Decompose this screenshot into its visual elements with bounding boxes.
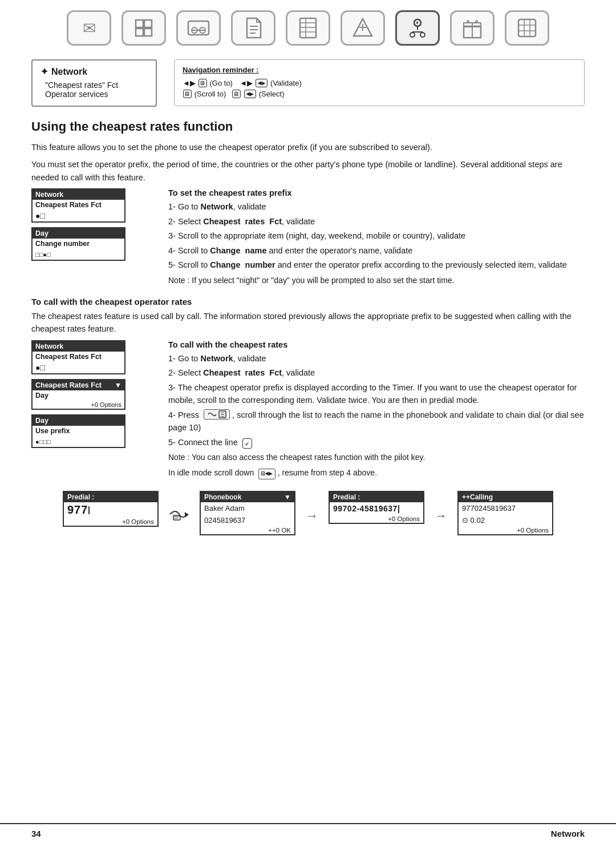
screen-network-2: Network Cheapest Rates Fct ●□ (31, 340, 125, 374)
voicemail-icon[interactable] (176, 10, 221, 46)
network-label: Network (51, 67, 87, 77)
screen-day-use-prefix: Day Use prefix ●□□□ (31, 414, 125, 448)
phonebook-icon[interactable] (286, 10, 330, 46)
set-prefix-heading: To set the cheapest rates prefix (168, 188, 585, 197)
screen-phonebook: Phonebook ▼ Baker Adam 0245819637 ++0 OK (200, 491, 295, 535)
file-icon[interactable] (231, 10, 275, 46)
screen-day-item: Day (33, 390, 124, 401)
network-box-item1: "Cheapest rates" Fct (40, 80, 145, 90)
set-prefix-instructions: To set the cheapest rates prefix 1- Go t… (168, 188, 585, 286)
network-active-icon[interactable]: ✦ (395, 10, 440, 46)
screen-predial-long: Predial : 99702-45819637 +0 Options (329, 491, 424, 524)
svg-text:☰: ☰ (220, 412, 225, 418)
call-cheapest-heading: To call with the cheapest rates (168, 340, 585, 349)
page-footer: 34 Network (0, 823, 616, 843)
call-operator-section: To call with the cheapest operator rates… (31, 297, 585, 336)
step-4-prefix: 4- Scroll to Change name and enter the o… (168, 244, 585, 257)
bottom-screens-row: Predial : 977 +0 Options Phonebook ▼ Bak… (31, 491, 585, 535)
screen-use-prefix-item: Use prefix (33, 426, 124, 436)
screen-network-2-icons: ●□ (33, 362, 124, 373)
network-box-title: ✦ Network (40, 66, 145, 77)
mail-icon[interactable]: ✉ (67, 10, 111, 46)
bs-calling-header: ++Calling (459, 492, 552, 502)
bs-phonebook-name: Baker Adam (201, 502, 294, 514)
svg-rect-36 (173, 515, 180, 520)
network-box-item2: Operator services (40, 90, 145, 99)
footer-section-name: Network (551, 829, 585, 838)
nav-key-goto: ⊡ (198, 79, 207, 87)
screen-day: Day Change number □□●□ (31, 227, 125, 261)
screen-change-number-item: Change number (33, 239, 124, 249)
screen-network: Network Cheapest Rates Fct ●□ (31, 188, 125, 223)
bs-predial2-number: 99702-45819637 (330, 502, 423, 515)
screen-network-2-header: Network (33, 341, 124, 352)
bs-calling-cost: ⊙ 0.02 (459, 514, 552, 526)
nav-reminder-title: Navigation reminder : (183, 66, 576, 74)
info-row: ✦ Network "Cheapest rates" Fct Operator … (31, 59, 585, 107)
main-content: ✦ Network "Cheapest rates" Fct Operator … (0, 54, 616, 552)
screen-network-header: Network (33, 189, 124, 200)
svg-text:✦: ✦ (415, 21, 419, 26)
nav-key-select1: ⊡ (232, 90, 241, 98)
screen-cheapest-day-arrow: ▼ (115, 381, 121, 389)
call-step-4: 4- Press ☰ , scroll through the list to … (168, 409, 585, 434)
call-step-1: 1- Go to Network, validate (168, 352, 585, 365)
step-3-prefix: 3- Scroll to the appropriate item (night… (168, 229, 585, 242)
bs-predial-number: 977 (64, 502, 157, 518)
screen-network-icons: ●□ (33, 210, 124, 221)
call-operator-heading: To call with the cheapest operator rates (31, 297, 585, 306)
bs-phonebook-softkey: ++0 OK (201, 526, 294, 534)
svg-point-23 (420, 33, 425, 37)
grid-settings-icon[interactable] (505, 10, 549, 46)
bs-predial2-header: Predial : (330, 492, 423, 502)
svg-rect-11 (300, 18, 316, 38)
screen-day-softkey: +0 Options (33, 401, 124, 409)
screen-predial-977: Predial : 977 +0 Options (63, 491, 159, 527)
network-phone-icon: ✦ (40, 66, 48, 77)
call-step-5: 5- Connect the line ↙ (168, 436, 585, 449)
step-note-prefix: Note : If you select "night" or "day" yo… (168, 275, 585, 287)
svg-rect-4 (188, 21, 209, 35)
screen-day-icons: □□●□ (33, 249, 124, 260)
bs-phonebook-header: Phonebook ▼ (201, 492, 294, 502)
nav-reminder-row2: ⊡ (Scroll to) ⊡ ◄▶ (Select) (183, 89, 576, 98)
arrow-2: → (306, 509, 318, 523)
bs-calling-softkey: +0 Options (459, 526, 552, 534)
arrow-1 (169, 506, 189, 526)
call-cheapest-screens: Network Cheapest Rates Fct ●□ Cheapest R… (31, 340, 157, 453)
svg-rect-1 (144, 20, 152, 27)
call-step-2: 2- Select Cheapest rates Fct, validate (168, 366, 585, 379)
call-cheapest-instructions: To call with the cheapest rates 1- Go to… (168, 340, 585, 479)
call-operator-body: The cheapest rates feature is used call … (31, 310, 585, 336)
money-icon[interactable] (341, 10, 385, 46)
screen-calling: ++Calling 9770245819637 ⊙ 0.02 +0 Option… (457, 491, 553, 535)
network-info-box: ✦ Network "Cheapest rates" Fct Operator … (31, 59, 157, 107)
bs-predial-header: Predial : (64, 492, 157, 502)
step-2-prefix: 2- Select Cheapest rates Fct, validate (168, 215, 585, 228)
svg-rect-0 (136, 20, 143, 27)
screen-cheapest-rates-item: Cheapest Rates Fct (33, 200, 124, 210)
menu-icon[interactable] (121, 10, 166, 46)
set-prefix-screens: Network Cheapest Rates Fct ●□ Day Change… (31, 188, 157, 265)
page-title: Using the cheapest rates function (31, 119, 585, 134)
intro-para2: You must set the operator prefix, the pe… (31, 158, 585, 184)
screen-day-header: Day (33, 228, 124, 239)
set-prefix-section: Network Cheapest Rates Fct ●□ Day Change… (31, 188, 585, 286)
svg-rect-2 (136, 29, 143, 36)
call-cheapest-section: Network Cheapest Rates Fct ●□ Cheapest R… (31, 340, 585, 479)
bs-phonebook-number: 0245819637 (201, 514, 294, 526)
arrow-3: → (435, 509, 447, 523)
screen-day-3-icons: ●□□□ (33, 436, 124, 447)
top-icon-bar: ✉ (0, 0, 616, 54)
svg-rect-3 (144, 29, 152, 36)
screen-cheapest-rates-2: Cheapest Rates Fct (33, 352, 124, 362)
bs-predial2-softkey: +0 Options (330, 515, 423, 523)
svg-rect-28 (518, 19, 536, 37)
gift-icon[interactable] (450, 10, 495, 46)
call-step-3: 3- The cheapest operator prefix is displ… (168, 381, 585, 407)
bs-calling-number: 9770245819637 (459, 502, 552, 514)
intro-para1: This feature allows you to set the phone… (31, 141, 585, 154)
nav-key-validate1: ◄▶ (256, 79, 268, 87)
screen-day-3-header: Day (33, 416, 124, 426)
footer-page-number: 34 (31, 829, 41, 838)
